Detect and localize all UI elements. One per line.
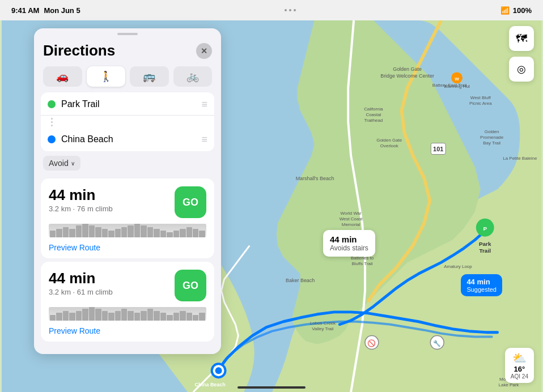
elevation-bar (141, 225, 146, 237)
tab-walk[interactable]: 🚶 (87, 66, 126, 87)
dot1 (285, 9, 287, 11)
svg-text:La Petite Baleine: La Petite Baleine (503, 156, 537, 161)
elevation-bars-1 (49, 224, 206, 237)
avoids-stairs-callout[interactable]: 44 min Avoids stairs (323, 230, 375, 257)
route-card-1: 44 min 3.2 km · 76 m climb GO Preview Ro… (41, 178, 214, 258)
elevation-bar (108, 313, 114, 321)
home-indicator (237, 386, 306, 389)
elevation-bar (102, 229, 108, 237)
elevation-bar (160, 231, 166, 237)
elevation-bar (89, 307, 95, 321)
elevation-bar (160, 313, 166, 321)
tab-transit[interactable]: 🚌 (130, 66, 169, 87)
elevation-bars-2 (49, 307, 206, 321)
callout-time: 44 min (330, 235, 368, 244)
route-time-2: 44 min (49, 270, 113, 287)
elevation-bar (193, 315, 198, 321)
elevation-bar (199, 231, 205, 237)
route-time-1: 44 min (49, 186, 113, 204)
elevation-bar (134, 224, 140, 237)
elevation-bar (180, 311, 185, 321)
status-bar: 9:41 AM Mon Jun 5 📶 100% (0, 0, 543, 20)
c-dot1 (51, 118, 53, 120)
elevation-bar (82, 224, 88, 237)
svg-text:China Beach: China Beach (195, 382, 226, 387)
preview-route-2[interactable]: Preview Route (49, 326, 100, 335)
status-date: Mon Jun 5 (44, 6, 80, 15)
weather-icon: ⛅ (512, 351, 527, 365)
go-button-2[interactable]: GO (175, 270, 206, 301)
elevation-bar (102, 311, 108, 321)
route-meta-2: 3.2 km · 61 m climb (49, 288, 113, 296)
panel-header: Directions ✕ (34, 35, 221, 64)
avoid-chevron: ∨ (71, 160, 75, 167)
destination-dot (48, 135, 56, 143)
svg-text:Bluffs Trail: Bluffs Trail (352, 261, 373, 266)
svg-text:Baker Beach: Baker Beach (286, 278, 315, 283)
elevation-bar (108, 231, 114, 237)
close-button[interactable]: ✕ (196, 43, 212, 59)
elevation-bar (186, 227, 192, 237)
status-time: 9:41 AM (11, 6, 39, 15)
elevation-bar (63, 227, 69, 237)
elevation-bar (147, 309, 153, 321)
route-elevation-1 (49, 224, 206, 237)
avoid-label: Avoid (49, 159, 69, 168)
elevation-bar (56, 229, 62, 237)
waypoint-destination[interactable]: China Beach ≡ (41, 129, 214, 150)
dots-connector (48, 117, 56, 127)
origin-label: Park Trail (61, 99, 196, 109)
svg-text:Trail: Trail (479, 248, 491, 254)
dot3 (294, 9, 296, 11)
svg-text:Warming Hut: Warming Hut (444, 84, 470, 89)
svg-text:Overlook: Overlook (380, 143, 398, 148)
suggested-badge[interactable]: 44 min Suggested (461, 274, 502, 296)
elevation-bar (82, 309, 88, 321)
status-center (285, 9, 296, 11)
origin-dot (48, 100, 56, 108)
destination-handle: ≡ (201, 134, 207, 144)
origin-handle: ≡ (201, 99, 207, 109)
elevation-bar (121, 227, 127, 237)
elevation-bar (128, 225, 133, 237)
elevation-bar (173, 313, 179, 321)
elevation-bar (63, 311, 69, 321)
c-dot2 (51, 121, 53, 123)
svg-text:Golden: Golden (485, 129, 499, 134)
svg-text:California: California (364, 106, 383, 112)
wifi-icon: 📶 (500, 6, 510, 15)
elevation-bar (134, 313, 140, 321)
weather-widget: ⛅ 16° AQI 24 (505, 348, 534, 383)
svg-text:Lake Park: Lake Park (499, 382, 519, 387)
elevation-bar (50, 315, 56, 321)
svg-point-7 (215, 367, 222, 374)
svg-text:Valley Trail: Valley Trail (312, 326, 333, 331)
map-layers-button[interactable]: 🗺 (509, 26, 534, 51)
tab-car[interactable]: 🚗 (43, 66, 82, 87)
elevation-bar (76, 225, 82, 237)
svg-text:Memorial: Memorial (342, 222, 360, 227)
svg-text:P: P (483, 225, 487, 232)
elevation-bar (147, 227, 153, 237)
waypoint-origin[interactable]: Park Trail ≡ (41, 93, 214, 116)
elevation-bar (154, 311, 159, 321)
avoid-button[interactable]: Avoid ∨ (43, 156, 80, 171)
svg-text:Trailhead: Trailhead (364, 118, 383, 123)
status-right: 📶 100% (500, 6, 532, 15)
location-button[interactable]: ◎ (509, 57, 534, 82)
elevation-bar (167, 232, 172, 237)
elevation-bar (89, 225, 95, 237)
svg-text:Coastal: Coastal (366, 112, 381, 117)
waypoints: Park Trail ≡ China Beach ≡ (41, 92, 214, 151)
dot2 (289, 9, 291, 11)
route-card-2: 44 min 3.2 km · 61 m climb GO Preview Ro… (41, 262, 214, 342)
svg-text:Lobos Creek: Lobos Creek (310, 321, 336, 326)
tab-bike[interactable]: 🚲 (173, 66, 213, 87)
go-button-1[interactable]: GO (175, 186, 206, 218)
elevation-bar (95, 309, 101, 321)
weather-temp: 16° (514, 365, 525, 373)
elevation-bar (180, 229, 185, 237)
elevation-bar (69, 229, 75, 237)
preview-route-1[interactable]: Preview Route (49, 243, 100, 252)
route-meta-1: 3.2 km · 76 m climb (49, 204, 113, 213)
